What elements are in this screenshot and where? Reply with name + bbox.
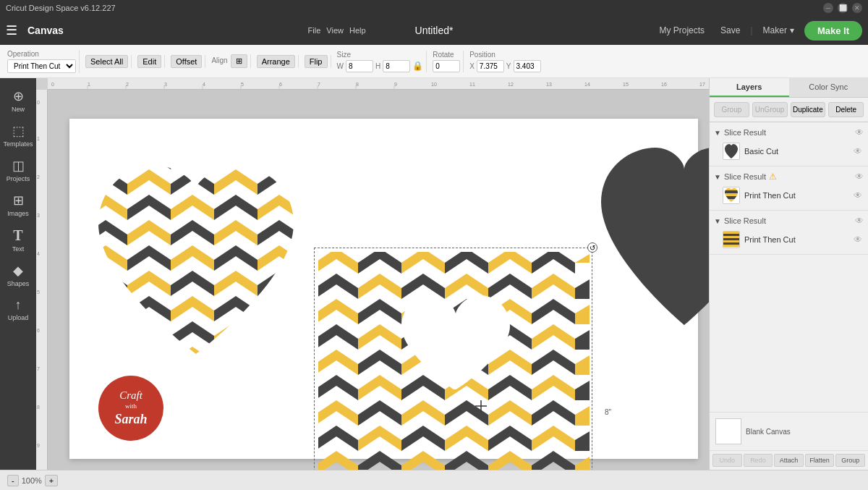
watermark-craft: Craft: [119, 389, 142, 403]
edit-group: Edit: [135, 55, 165, 68]
operation-label: Operation: [7, 50, 76, 58]
make-it-button[interactable]: Make It: [804, 21, 862, 41]
sidebar-label-shapes: Shapes: [7, 280, 30, 287]
minimize-button[interactable]: ─: [823, 3, 833, 13]
svg-marker-71: [214, 271, 258, 296]
select-all-button[interactable]: Select All: [85, 55, 128, 68]
sidebar-item-templates[interactable]: ⬚ Templates: [0, 119, 36, 152]
sidebar-item-new[interactable]: ⊕ New: [0, 84, 36, 117]
close-button[interactable]: ✕: [852, 3, 862, 13]
rotate-handle[interactable]: ↺: [587, 242, 597, 253]
title-bar: Cricut Design Space v6.12.227 ─ ⬜ ✕: [0, 0, 868, 16]
visibility-icon-1[interactable]: 👁: [855, 127, 864, 138]
layer-visibility-print-cut-1[interactable]: 👁: [854, 190, 862, 200]
undo-button[interactable]: Undo: [712, 454, 742, 467]
watermark-sarah: Sarah: [114, 411, 147, 428]
canvas-area[interactable]: /* ruler ticks via inline */ 0 1 2 3 4 5…: [36, 78, 709, 470]
file-menu[interactable]: File: [308, 26, 321, 35]
toggle-icon-3[interactable]: ▼: [714, 217, 721, 225]
sidebar-item-shapes[interactable]: ◆ Shapes: [0, 258, 36, 292]
arrange-button[interactable]: Arrange: [257, 55, 295, 68]
position-y-input[interactable]: [514, 60, 541, 72]
align-label: Align: [211, 56, 227, 64]
layer-name-print-cut-1: Print Then Cut: [744, 191, 849, 200]
edit-button[interactable]: Edit: [137, 55, 161, 68]
sidebar-label-projects: Projects: [7, 175, 30, 182]
visibility-icon-2[interactable]: 👁: [855, 172, 864, 182]
toggle-icon-1[interactable]: ▼: [714, 129, 721, 137]
operation-select[interactable]: Print Then Cut: [7, 59, 76, 73]
redo-button[interactable]: Redo: [744, 454, 773, 467]
restore-button[interactable]: ⬜: [838, 3, 848, 13]
svg-marker-122: [575, 353, 593, 375]
layer-item-print-cut-2[interactable]: Print Then Cut 👁: [710, 228, 868, 251]
svg-marker-53: [84, 195, 127, 220]
svg-rect-176: [723, 238, 739, 240]
ruler-vertical: 0 1 2 3 4 5 6 7 8 9: [36, 90, 48, 470]
zoom-in-button[interactable]: +: [45, 475, 58, 486]
window-controls[interactable]: ─ ⬜ ✕: [823, 3, 862, 13]
toggle-icon-2[interactable]: ▼: [714, 173, 721, 181]
sidebar-item-images[interactable]: ⊞ Images: [0, 188, 36, 221]
offset-button[interactable]: Offset: [171, 55, 202, 68]
rotate-input[interactable]: [433, 60, 460, 72]
svg-marker-115: [575, 328, 593, 350]
svg-marker-58: [84, 220, 127, 245]
help-menu[interactable]: Help: [349, 26, 366, 35]
maker-dropdown[interactable]: Maker ▾: [757, 22, 800, 38]
group-button[interactable]: Group: [714, 102, 749, 117]
square-chevron-container[interactable]: ↺ 🔒 ⤡: [314, 248, 592, 470]
position-group: Position X Y: [467, 51, 543, 72]
status-bar: - 100% +: [0, 470, 868, 490]
heart-chevron-svg: [84, 144, 308, 376]
layer-visibility-print-cut-2[interactable]: 👁: [854, 235, 862, 245]
position-x-input[interactable]: [477, 60, 504, 72]
tab-color-sync[interactable]: Color Sync: [789, 78, 869, 97]
save-button[interactable]: Save: [715, 22, 746, 38]
svg-marker-103: [358, 299, 401, 324]
layer-group-3-label: Slice Result: [724, 216, 766, 225]
svg-marker-137: [315, 426, 358, 451]
view-menu[interactable]: View: [326, 26, 344, 35]
tab-layers[interactable]: Layers: [710, 78, 789, 97]
chevron-down-icon: ▾: [790, 25, 794, 35]
svg-marker-88: [315, 248, 358, 274]
layer-group-1-header[interactable]: ▼ Slice Result 👁: [710, 125, 868, 140]
ungroup-button[interactable]: UnGroup: [752, 102, 788, 117]
layer-item-basic-cut[interactable]: Basic Cut 👁: [710, 140, 868, 163]
flatten-button[interactable]: Flatten: [805, 454, 835, 467]
sidebar-item-upload[interactable]: ↑ Upload: [0, 293, 36, 326]
svg-rect-175: [723, 236, 739, 238]
width-input[interactable]: [346, 60, 373, 72]
attach-button[interactable]: Attach: [774, 454, 804, 467]
svg-marker-102: [315, 299, 358, 324]
svg-marker-132: [401, 400, 445, 426]
zoom-out-button[interactable]: -: [7, 475, 19, 486]
svg-text:11: 11: [469, 82, 475, 87]
height-input[interactable]: [383, 60, 410, 72]
layer-visibility-basic-cut[interactable]: 👁: [854, 146, 862, 156]
visibility-icon-3[interactable]: 👁: [855, 216, 864, 226]
layer-group-2-header[interactable]: ▼ Slice Result ⚠ 👁: [710, 169, 868, 184]
my-projects-button[interactable]: My Projects: [653, 22, 710, 38]
position-label: Position: [469, 51, 540, 59]
flip-button[interactable]: Flip: [305, 55, 328, 68]
svg-rect-167: [723, 190, 739, 193]
svg-marker-107: [532, 299, 575, 324]
layer-group-3-header[interactable]: ▼ Slice Result 👁: [710, 214, 868, 228]
svg-marker-61: [214, 220, 258, 245]
sidebar-item-text[interactable]: T Text: [0, 223, 36, 257]
duplicate-button[interactable]: Duplicate: [791, 102, 826, 117]
lock-aspect-icon[interactable]: 🔒: [412, 61, 423, 71]
upload-icon: ↑: [15, 297, 22, 313]
align-button[interactable]: ⊞: [231, 54, 247, 68]
svg-text:1: 1: [37, 136, 40, 141]
delete-button[interactable]: Delete: [828, 102, 864, 117]
svg-marker-146: [401, 451, 445, 470]
svg-marker-121: [532, 350, 575, 375]
group-footer-button[interactable]: Group: [835, 454, 865, 467]
hamburger-menu[interactable]: ☰: [6, 22, 17, 38]
document-title: Untitled*: [415, 25, 454, 36]
layer-item-print-cut-1[interactable]: Print Then Cut 👁: [710, 184, 868, 207]
sidebar-item-projects[interactable]: ◫ Projects: [0, 153, 36, 187]
